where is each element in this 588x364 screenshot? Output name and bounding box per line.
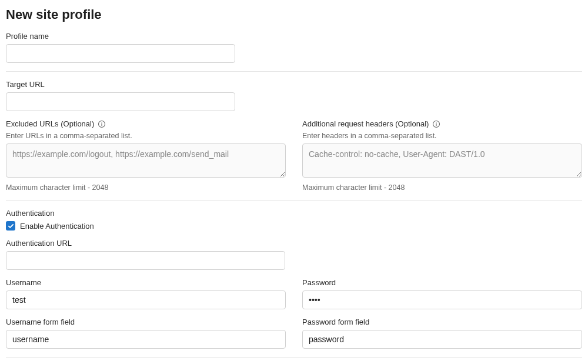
password-form-field-input[interactable] bbox=[302, 330, 582, 349]
excluded-urls-help: Maximum character limit - 2048 bbox=[6, 183, 286, 192]
auth-url-label: Authentication URL bbox=[6, 239, 582, 248]
additional-headers-help: Maximum character limit - 2048 bbox=[302, 183, 582, 192]
password-input[interactable] bbox=[302, 290, 582, 309]
excluded-urls-label: Excluded URLs (Optional) bbox=[6, 119, 94, 128]
target-url-label: Target URL bbox=[6, 80, 582, 89]
info-icon bbox=[98, 120, 106, 128]
password-label: Password bbox=[302, 278, 582, 287]
divider bbox=[6, 71, 582, 72]
divider bbox=[6, 357, 582, 358]
username-label: Username bbox=[6, 278, 286, 287]
auth-url-input[interactable] bbox=[6, 251, 285, 270]
username-form-field-input[interactable] bbox=[6, 330, 286, 349]
target-url-input[interactable] bbox=[6, 92, 235, 111]
svg-point-5 bbox=[436, 122, 437, 122]
excluded-urls-input[interactable] bbox=[6, 143, 286, 178]
info-icon bbox=[432, 120, 440, 128]
password-form-field-label: Password form field bbox=[302, 318, 582, 326]
additional-headers-input[interactable] bbox=[302, 143, 582, 178]
username-form-field-label: Username form field bbox=[6, 318, 286, 326]
excluded-urls-sublabel: Enter URLs in a comma-separated list. bbox=[6, 132, 286, 140]
page-title: New site profile bbox=[6, 7, 582, 22]
divider bbox=[6, 200, 582, 201]
svg-point-2 bbox=[102, 122, 102, 122]
username-input[interactable] bbox=[6, 290, 286, 309]
profile-name-label: Profile name bbox=[6, 32, 582, 41]
enable-auth-checkbox[interactable] bbox=[6, 221, 15, 231]
auth-heading: Authentication bbox=[6, 209, 582, 218]
profile-name-input[interactable] bbox=[6, 44, 235, 63]
enable-auth-label: Enable Authentication bbox=[20, 222, 94, 231]
additional-headers-sublabel: Enter headers in a comma-separated list. bbox=[302, 132, 582, 140]
additional-headers-label: Additional request headers (Optional) bbox=[302, 119, 429, 128]
